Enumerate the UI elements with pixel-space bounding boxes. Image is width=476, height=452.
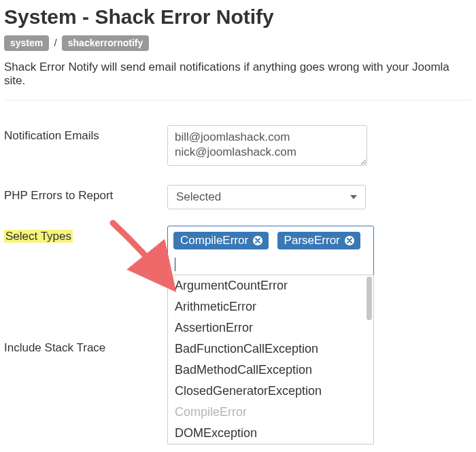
label-notification-emails: Notification Emails [4, 125, 167, 143]
label-select-types: Select Types [4, 226, 167, 243]
notification-emails-input[interactable] [167, 125, 367, 166]
breadcrumb: system / shackerrornotify [4, 35, 472, 51]
divider [4, 100, 472, 101]
breadcrumb-system[interactable]: system [4, 35, 49, 51]
remove-tag-icon[interactable] [252, 235, 263, 246]
option-badfunctioncallexception[interactable]: BadFunctionCallException [168, 338, 373, 360]
label-php-errors: PHP Errors to Report [4, 185, 167, 203]
select-types-dropdown: ArgumentCountError ArithmeticError Asser… [167, 275, 374, 445]
option-argumentcounterror[interactable]: ArgumentCountError [168, 275, 373, 296]
php-errors-select[interactable]: Selected [167, 185, 366, 209]
option-arithmeticerror[interactable]: ArithmeticError [168, 296, 373, 317]
select-types-multiselect[interactable]: CompileError ParseError [167, 226, 374, 276]
breadcrumb-shackerrornotify[interactable]: shackerrornotify [62, 35, 149, 51]
tag-compileerror[interactable]: CompileError [173, 232, 269, 249]
option-badmethodcallexception[interactable]: BadMethodCallException [168, 360, 373, 381]
chevron-down-icon [350, 195, 357, 199]
remove-tag-icon[interactable] [344, 235, 355, 246]
text-cursor-icon [175, 258, 175, 271]
scrollbar-thumb[interactable] [367, 277, 372, 320]
option-closedgeneratorexception[interactable]: ClosedGeneratorException [168, 381, 373, 402]
php-errors-selected-value: Selected [176, 190, 221, 204]
plugin-description: Shack Error Notify will send email notif… [4, 60, 472, 88]
tag-label: ParseError [284, 234, 340, 247]
page-title: System - Shack Error Notify [4, 5, 472, 29]
tag-label: CompileError [180, 234, 248, 247]
option-compileerror: CompileError [168, 402, 373, 423]
select-types-search-input[interactable] [173, 256, 368, 273]
option-domexception[interactable]: DOMException [168, 423, 373, 444]
tag-parseerror[interactable]: ParseError [277, 232, 360, 249]
label-include-stack-trace: Include Stack Trace [4, 337, 167, 355]
breadcrumb-separator: / [54, 37, 56, 48]
option-assertionerror[interactable]: AssertionError [168, 317, 373, 338]
